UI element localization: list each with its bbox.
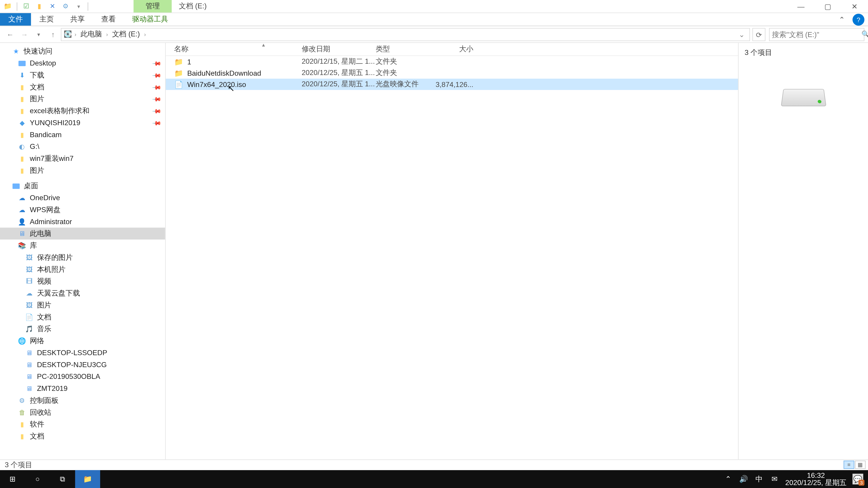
tab-share[interactable]: 共享 (62, 13, 93, 26)
ime-indicator[interactable]: 中 (754, 474, 764, 484)
task-view-button[interactable]: ⧉ (50, 470, 75, 488)
maximize-button[interactable]: ▢ (814, 0, 841, 12)
recent-locations-button[interactable]: ▾ (32, 28, 45, 41)
back-button[interactable]: ← (4, 28, 17, 41)
clock[interactable]: 16:32 2020/12/25, 星期五 (785, 472, 846, 486)
tree-onedrive[interactable]: ☁OneDrive (0, 192, 165, 204)
up-button[interactable]: ↑ (46, 28, 60, 41)
tree-wps[interactable]: ☁WPS网盘 (0, 204, 165, 216)
qat-close-icon[interactable]: ✕ (47, 1, 58, 11)
qat-app-icon[interactable]: 📁 (2, 1, 13, 11)
tab-view[interactable]: 查看 (93, 13, 124, 26)
chevron-right-icon[interactable]: › (144, 31, 146, 37)
column-date[interactable]: 修改日期 (302, 44, 376, 54)
chevron-right-icon[interactable]: › (106, 31, 108, 37)
volume-icon[interactable]: 🔊 (739, 475, 748, 483)
tree-tianyi[interactable]: ☁天翼云盘下载 (0, 287, 165, 299)
address-dropdown-button[interactable]: ⌄ (736, 30, 747, 38)
picture-icon: 🖼 (25, 301, 33, 309)
tree-documents2[interactable]: ▮文档 (0, 430, 165, 442)
qat-dropdown-icon[interactable]: ▾ (73, 1, 84, 11)
address-bar[interactable]: 💽 › 此电脑 › 文档 (E:) › ⌄ (61, 28, 750, 41)
file-row[interactable]: 📁 BaiduNetdiskDownload 2020/12/25, 星期五 1… (166, 67, 738, 78)
tree-desktop-root[interactable]: 桌面 (0, 180, 165, 192)
tree-control-panel[interactable]: ⚙控制面板 (0, 394, 165, 406)
tree-quick-access[interactable]: ★快速访问 (0, 45, 165, 57)
tab-file[interactable]: 文件 (0, 13, 31, 26)
tree-pictures[interactable]: ▮图片📌 (0, 93, 165, 105)
tree-saved-pictures[interactable]: 🖼保存的图片 (0, 252, 165, 263)
pin-icon: 📌 (152, 70, 162, 80)
tab-home[interactable]: 主页 (31, 13, 62, 26)
tree-pc4[interactable]: 🖥ZMT2019 (0, 383, 165, 394)
navigation-tree[interactable]: ★快速访问 Desktop📌 ⬇下载📌 ▮文档📌 ▮图片📌 ▮excel表格制作… (0, 43, 166, 459)
file-type: 光盘映像文件 (376, 79, 435, 90)
tree-g-drive[interactable]: ◐G:\ (0, 140, 165, 153)
start-button[interactable]: ⊞ (0, 470, 25, 488)
search-box[interactable]: 🔍 (769, 28, 864, 41)
tree-lib-pictures[interactable]: 🖼图片 (0, 299, 165, 311)
mail-icon[interactable]: ✉ (770, 475, 779, 483)
tree-local-pictures[interactable]: 🖼本机照片 (0, 263, 165, 275)
tree-excel[interactable]: ▮excel表格制作求和📌 (0, 105, 165, 117)
search-input[interactable] (772, 30, 862, 38)
tree-label: 天翼云盘下载 (37, 288, 80, 298)
action-center-button[interactable]: 💬 3 (852, 474, 863, 484)
qat-folder-icon[interactable]: ▮ (34, 1, 44, 11)
tree-videos[interactable]: 🎞视频 (0, 275, 165, 287)
folder-icon: ▮ (18, 420, 26, 428)
file-explorer-taskbar-button[interactable]: 📁 (75, 470, 100, 488)
tree-label: 音乐 (37, 324, 51, 334)
column-name[interactable]: 名称▲ (174, 44, 302, 54)
star-icon: ★ (12, 47, 20, 55)
tree-pictures2[interactable]: ▮图片 (0, 164, 165, 176)
ribbon-collapse-button[interactable]: ⌃ (833, 13, 850, 26)
tree-label: OneDrive (30, 194, 60, 202)
breadcrumb-drive[interactable]: 文档 (E:) (110, 29, 142, 39)
tree-documents[interactable]: ▮文档📌 (0, 81, 165, 93)
file-row[interactable]: 📄 Win7x64_2020.iso 2020/12/25, 星期五 1... … (166, 78, 738, 90)
music-icon: 🎵 (25, 325, 33, 333)
tree-music[interactable]: 🎵音乐 (0, 323, 165, 335)
search-icon[interactable]: 🔍 (862, 31, 868, 38)
tree-bandicam[interactable]: ▮Bandicam (0, 129, 165, 141)
qat-checkbox-icon[interactable]: ☑ (21, 1, 31, 11)
tree-this-pc[interactable]: 🖥此电脑 (0, 228, 165, 239)
breadcrumb-this-pc[interactable]: 此电脑 (79, 29, 104, 39)
qat-gear-icon[interactable]: ⚙ (60, 1, 71, 11)
folder-icon: ▮ (18, 107, 26, 115)
search-button[interactable]: ○ (25, 470, 50, 488)
help-button[interactable]: ? (852, 14, 864, 26)
file-size: 3,874,126... (435, 80, 473, 89)
tree-lib-documents[interactable]: 📄文档 (0, 311, 165, 323)
tree-recycle-bin[interactable]: 🗑回收站 (0, 406, 165, 418)
tree-yunqishi[interactable]: ◆YUNQISHI2019📌 (0, 117, 165, 129)
tree-software[interactable]: ▮软件 (0, 418, 165, 430)
chevron-right-icon[interactable]: › (74, 31, 76, 37)
file-row[interactable]: 📁 1 2020/12/15, 星期二 1... 文件夹 (166, 56, 738, 67)
forward-button[interactable]: → (18, 28, 31, 41)
tree-pc3[interactable]: 🖥PC-20190530OBLA (0, 370, 165, 383)
tree-pc2[interactable]: 🖥DESKTOP-NJEU3CG (0, 359, 165, 371)
column-size[interactable]: 大小 (435, 44, 473, 54)
icons-view-button[interactable]: ▦ (855, 461, 866, 469)
tree-network[interactable]: 🌐网络 (0, 335, 165, 347)
details-view-button[interactable]: ≡ (844, 461, 854, 469)
tree-win7reinstall[interactable]: ▮win7重装win7 (0, 153, 165, 164)
minimize-button[interactable]: — (787, 0, 814, 12)
column-type[interactable]: 类型 (376, 44, 435, 54)
quick-access-toolbar: 📁 ☑ ▮ ✕ ⚙ ▾ (0, 1, 92, 11)
tray-overflow-button[interactable]: ⌃ (723, 475, 733, 483)
refresh-button[interactable]: ⟳ (752, 28, 765, 41)
tree-libraries[interactable]: 📚库 (0, 239, 165, 252)
desktop-icon (18, 59, 26, 67)
status-item-count: 3 个项目 (5, 460, 32, 470)
preview-item-count: 3 个项目 (745, 48, 772, 58)
tree-administrator[interactable]: 👤Administrator (0, 216, 165, 228)
tree-pc1[interactable]: 🖥DESKTOP-LSSOEDP (0, 347, 165, 359)
tree-downloads[interactable]: ⬇下载📌 (0, 69, 165, 81)
close-button[interactable]: ✕ (841, 0, 868, 12)
tree-desktop[interactable]: Desktop📌 (0, 57, 165, 69)
tab-drive-tools[interactable]: 驱动器工具 (124, 13, 177, 26)
file-type: 文件夹 (376, 57, 435, 67)
